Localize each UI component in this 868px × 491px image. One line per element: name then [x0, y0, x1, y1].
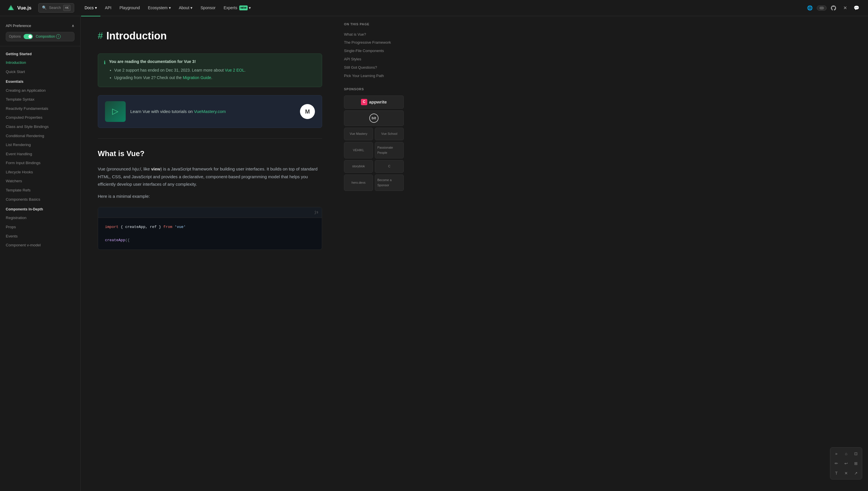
toc-item-single-file-components[interactable]: Single-File Components	[344, 47, 404, 55]
sidebar-item-form-input[interactable]: Form Input Bindings	[0, 158, 80, 168]
github-icon-btn[interactable]	[829, 3, 838, 13]
info-icon[interactable]: i	[56, 34, 61, 39]
toc-item-still-got-questions[interactable]: Still Got Questions?	[344, 63, 404, 72]
sponsors-title: SPONSORS	[344, 87, 404, 92]
sidebar-item-list-rendering[interactable]: List Rendering	[0, 140, 80, 149]
api-pref-title: API Preference	[6, 23, 31, 29]
api-pref-toggle[interactable]: Options Composition i	[6, 32, 75, 41]
appwrite-logo: C appwrite	[361, 98, 387, 106]
sponsor-appwrite[interactable]: C appwrite	[344, 95, 404, 109]
sponsor-passionate-people[interactable]: Passionate People	[375, 142, 404, 158]
mini-tb-btn-text[interactable]: T	[832, 469, 841, 478]
sponsor-storyblok[interactable]: storyblok	[344, 160, 373, 173]
topnav: Vue.js 🔍 Search ⌘K Docs ▾ API Playground…	[0, 0, 868, 16]
toc-item-pick-learning-path[interactable]: Pick Your Learning Path	[344, 72, 404, 80]
options-label: Options	[9, 34, 21, 39]
sidebar-item-conditional-rendering[interactable]: Conditional Rendering	[0, 132, 80, 141]
mini-tb-btn-home[interactable]: ⌂	[842, 449, 850, 458]
mini-tb-btn-expand[interactable]: ↗	[851, 469, 860, 478]
pref-slider[interactable]	[24, 34, 33, 39]
sidebar-item-lifecycle-hooks[interactable]: Lifecycle Hooks	[0, 168, 80, 177]
search-bar[interactable]: 🔍 Search ⌘K	[38, 3, 74, 13]
info-banner-line2: Upgrading from Vue 2? Check out the Migr…	[114, 75, 246, 81]
sidebar-item-watchers[interactable]: Watchers	[0, 176, 80, 186]
appwrite-icon: C	[361, 99, 367, 105]
what-is-vue-paragraph2: Here is a minimal example:	[98, 193, 322, 200]
code-lang: js	[314, 209, 318, 215]
code-line-2: createApp({	[105, 237, 315, 243]
search-shortcut: ⌘K	[63, 5, 71, 11]
toc-item-api-styles[interactable]: API Styles	[344, 55, 404, 63]
info-banner-title: You are reading the documentation for Vu…	[109, 58, 246, 65]
sponsor-grid: C appwrite bit Vue Mastery Vue School VE…	[344, 95, 404, 191]
become-sponsor[interactable]: Become a Sponsor	[375, 174, 404, 191]
sidebar-item-template-refs[interactable]: Template Refs	[0, 186, 80, 195]
sidebar-item-events[interactable]: Events	[0, 232, 80, 241]
chevron-down-icon: ▾	[169, 5, 171, 11]
api-preference-header: API Preference ∧	[6, 23, 75, 29]
nav-experts[interactable]: Experts NEW ▾	[220, 3, 254, 13]
sidebar-item-computed-properties[interactable]: Computed Properties	[0, 113, 80, 122]
become-sponsor-label: Become a Sponsor	[377, 178, 401, 188]
toc-item-progressive-framework[interactable]: The Progressive Framework	[344, 38, 404, 47]
toc-title: ON THIS PAGE	[344, 22, 404, 27]
vue-mastery-label: Vue Mastery	[350, 132, 367, 137]
mini-tb-btn-1[interactable]: »	[832, 449, 841, 458]
sidebar-item-registration[interactable]: Registration	[0, 213, 80, 223]
passionate-people-label: Passionate People	[377, 145, 401, 155]
discord-icon-btn[interactable]: 💬	[852, 3, 861, 13]
theme-toggle[interactable]	[817, 5, 827, 11]
new-badge: NEW	[239, 5, 248, 10]
mini-tb-btn-grid[interactable]: ⊡	[851, 449, 860, 458]
storyblok-label: storyblok	[352, 164, 365, 169]
mini-tb-btn-close[interactable]: ✕	[842, 469, 850, 478]
sidebar-item-introduction[interactable]: Introduction	[0, 58, 80, 67]
sidebar: API Preference ∧ Options Composition i G…	[0, 16, 81, 491]
sidebar-item-props[interactable]: Props	[0, 223, 80, 232]
composition-label: Composition i	[36, 34, 61, 39]
toc-item-what-is-vue[interactable]: What is Vue?	[344, 30, 404, 39]
migration-guide-link[interactable]: Migration Guide	[183, 75, 211, 80]
nav-api[interactable]: API	[102, 3, 115, 13]
page-layout: API Preference ∧ Options Composition i G…	[0, 16, 868, 491]
promo-logo[interactable]: M	[300, 104, 315, 119]
sidebar-item-event-handling[interactable]: Event Handling	[0, 149, 80, 159]
promo-banner: ▷ Learn Vue with video tutorials on VueM…	[98, 95, 322, 128]
sponsor-vehikl[interactable]: VEHIKL	[344, 142, 373, 158]
vuemastery-link[interactable]: VueMastery.com	[194, 109, 226, 114]
code-line-blank	[105, 230, 315, 237]
section-divider	[98, 138, 322, 139]
sidebar-item-components-basics[interactable]: Components Basics	[0, 195, 80, 204]
what-is-vue-heading: What is Vue?	[98, 148, 322, 160]
nav-ecosystem[interactable]: Ecosystem ▾	[144, 3, 174, 13]
mini-tb-btn-edit[interactable]: ✏	[832, 459, 841, 468]
search-label: Search	[49, 5, 61, 11]
nav-sponsor[interactable]: Sponsor	[197, 3, 219, 13]
twitter-icon-btn[interactable]: ✕	[840, 3, 849, 13]
appwrite-label: appwrite	[369, 98, 387, 106]
sidebar-item-component-vmodel[interactable]: Component v-model	[0, 241, 80, 250]
nav-docs[interactable]: Docs ▾	[81, 3, 101, 13]
promo-thumbnail: ▷	[105, 101, 126, 122]
sidebar-item-reactivity-fundamentals[interactable]: Reactivity Fundamentals	[0, 104, 80, 113]
site-logo[interactable]: Vue.js	[7, 4, 31, 12]
sponsor-herodevs[interactable]: hero.devs	[344, 174, 373, 191]
sponsor-bit[interactable]: bit	[344, 110, 404, 126]
sponsor-vue-mastery[interactable]: Vue Mastery	[344, 127, 373, 140]
page-title-section: # Introduction	[98, 28, 322, 44]
sidebar-item-class-style[interactable]: Class and Style Bindings	[0, 122, 80, 132]
sponsor-vue-school[interactable]: Vue School	[375, 127, 404, 140]
vue2-eol-link[interactable]: Vue 2 EOL	[225, 68, 245, 73]
hash-icon[interactable]: #	[98, 28, 103, 43]
nav-about[interactable]: About ▾	[175, 3, 196, 13]
sponsor-c[interactable]: C	[375, 160, 404, 173]
mini-tb-btn-copy[interactable]: ⊞	[851, 459, 860, 468]
sidebar-item-creating-application[interactable]: Creating an Application	[0, 86, 80, 95]
sidebar-item-quick-start[interactable]: Quick Start	[0, 67, 80, 77]
nav-playground[interactable]: Playground	[116, 3, 143, 13]
translate-icon-btn[interactable]: 🌐	[805, 3, 814, 13]
mini-tb-btn-undo[interactable]: ↩	[842, 459, 850, 468]
code-block-header: js	[98, 207, 322, 218]
chevron-up-icon: ∧	[72, 23, 75, 29]
sidebar-item-template-syntax[interactable]: Template Syntax	[0, 95, 80, 104]
